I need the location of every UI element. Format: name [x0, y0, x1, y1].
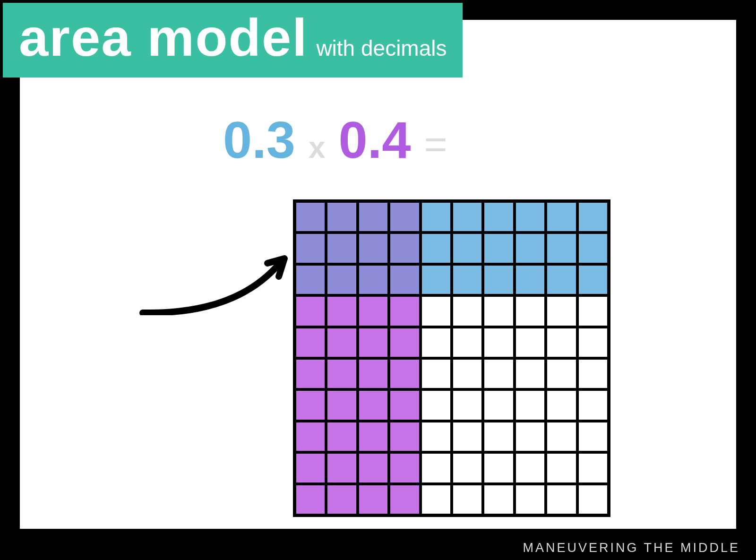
grid-cell — [421, 201, 452, 233]
grid-cell — [389, 201, 420, 233]
grid-cell — [546, 421, 577, 452]
frame: area model with decimals 0.3 x 0.4 = — [17, 17, 739, 532]
grid-cell — [358, 264, 389, 295]
grid-cell — [295, 484, 326, 515]
title-sub: with decimals — [316, 37, 447, 59]
grid-cell — [515, 452, 546, 483]
grid-cell — [421, 452, 452, 483]
grid-cell — [515, 358, 546, 389]
equals-sign: = — [424, 121, 447, 167]
grid-cell — [452, 233, 483, 264]
arrow-icon — [129, 235, 299, 315]
grid-cell — [483, 358, 514, 389]
grid-cell — [515, 233, 546, 264]
grid-cell — [295, 295, 326, 327]
grid-cell — [452, 295, 483, 327]
grid-cell — [389, 452, 420, 483]
grid-cell — [421, 327, 452, 358]
equation: 0.3 x 0.4 = — [223, 110, 447, 170]
grid-cell — [389, 327, 420, 358]
grid-cell — [358, 452, 389, 483]
grid-cell — [295, 358, 326, 389]
grid-cell — [577, 295, 609, 327]
grid-cell — [452, 389, 483, 421]
grid-cell — [515, 295, 546, 327]
grid-cell — [452, 358, 483, 389]
grid-cell — [326, 484, 357, 515]
title-main: area model — [19, 11, 308, 64]
grid-cell — [483, 327, 514, 358]
grid-cell — [326, 264, 357, 295]
grid-cell — [358, 327, 389, 358]
grid-cell — [515, 421, 546, 452]
grid-cell — [326, 389, 357, 421]
grid-cell — [389, 358, 420, 389]
grid-cell — [577, 233, 609, 264]
grid-cell — [326, 358, 357, 389]
grid-cell — [421, 233, 452, 264]
grid-cell — [358, 421, 389, 452]
grid-cell — [389, 421, 420, 452]
grid-cell — [483, 233, 514, 264]
grid-cell — [452, 201, 483, 233]
grid-cell — [452, 264, 483, 295]
grid-cell — [577, 201, 609, 233]
grid-cell — [452, 452, 483, 483]
grid-cell — [389, 389, 420, 421]
grid-cell — [483, 484, 514, 515]
grid-cell — [358, 358, 389, 389]
grid-cell — [326, 327, 357, 358]
grid-cell — [483, 421, 514, 452]
factor-a: 0.3 — [223, 110, 295, 170]
grid-cell — [515, 389, 546, 421]
factor-b: 0.4 — [339, 110, 411, 170]
title-banner: area model with decimals — [3, 3, 463, 78]
grid-cell — [546, 264, 577, 295]
grid-cell — [295, 201, 326, 233]
grid-cell — [483, 295, 514, 327]
grid-cell — [389, 233, 420, 264]
grid-cell — [421, 389, 452, 421]
grid-cell — [452, 327, 483, 358]
grid-cell — [452, 421, 483, 452]
grid-cell — [483, 264, 514, 295]
grid-cell — [421, 484, 452, 515]
grid-cell — [546, 389, 577, 421]
grid-cell — [546, 484, 577, 515]
grid-cell — [515, 201, 546, 233]
grid-cell — [577, 358, 609, 389]
grid-cell — [483, 201, 514, 233]
grid-cell — [389, 264, 420, 295]
grid-cell — [483, 452, 514, 483]
grid-cell — [577, 452, 609, 483]
grid-cell — [326, 295, 357, 327]
grid-cell — [577, 484, 609, 515]
grid-cell — [326, 233, 357, 264]
grid-cell — [358, 389, 389, 421]
grid-cell — [515, 327, 546, 358]
grid-cell — [358, 233, 389, 264]
grid-cell — [577, 264, 609, 295]
grid-cell — [452, 484, 483, 515]
grid-cell — [326, 452, 357, 483]
grid-cell — [577, 389, 609, 421]
grid-cell — [295, 233, 326, 264]
grid-cell — [326, 421, 357, 452]
grid-cell — [295, 389, 326, 421]
footer-text: MANEUVERING THE MIDDLE — [523, 541, 740, 555]
grid-cell — [546, 233, 577, 264]
grid-cell — [421, 421, 452, 452]
grid-cell — [389, 295, 420, 327]
grid-cell — [389, 484, 420, 515]
grid-cell — [483, 389, 514, 421]
grid-cell — [421, 358, 452, 389]
grid-cell — [546, 295, 577, 327]
grid-cell — [295, 327, 326, 358]
multiply-op: x — [309, 130, 326, 165]
grid-cell — [515, 484, 546, 515]
grid-cell — [515, 264, 546, 295]
grid-cell — [546, 358, 577, 389]
grid-cell — [358, 295, 389, 327]
grid-cell — [326, 201, 357, 233]
grid-cell — [577, 327, 609, 358]
